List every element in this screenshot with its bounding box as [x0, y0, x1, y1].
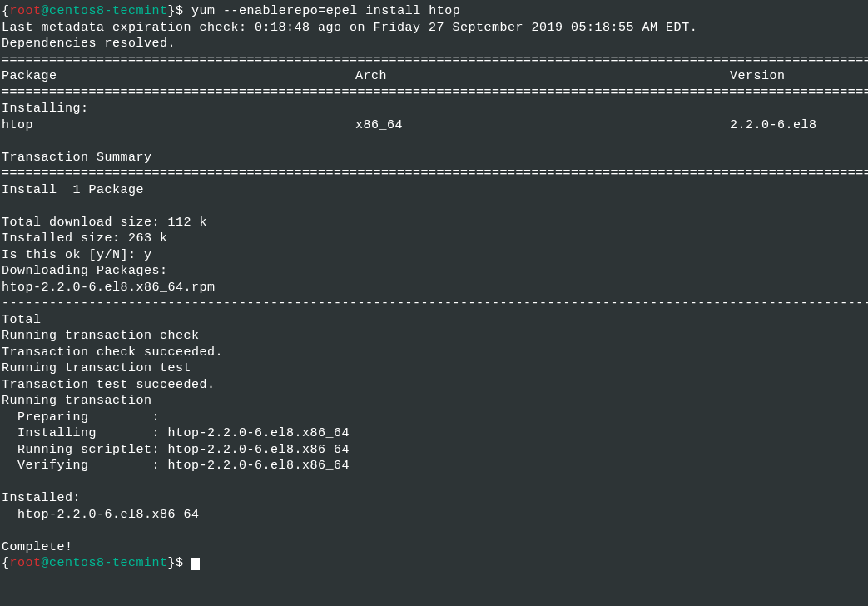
brace-close: }: [168, 4, 176, 18]
complete-line: Complete!: [2, 539, 866, 556]
cursor-icon: [191, 558, 200, 570]
preparing: Preparing :: [2, 410, 866, 426]
prompt-dollar: $: [176, 4, 191, 18]
installed-size: Installed size: 263 k: [2, 231, 866, 247]
header-version: Version: [730, 68, 866, 85]
brace-close: }: [168, 556, 176, 570]
command-text: yum --enablerepo=epel install htop: [191, 4, 460, 18]
downloading-line: Downloading Packages:: [2, 263, 866, 280]
installing-section: Installing:: [2, 101, 866, 117]
prompt-at: @: [42, 4, 50, 18]
prompt-at: @: [42, 556, 50, 570]
blank-line: [2, 133, 866, 150]
prompt-line-2[interactable]: {root@centos8-tecmint}$: [2, 555, 866, 572]
metadata-line: Last metadata expiration check: 0:18:48 …: [2, 20, 866, 37]
prompt-line-1: {root@centos8-tecmint}$ yum --enablerepo…: [2, 3, 866, 20]
divider: ========================================…: [2, 52, 866, 69]
pkg-name: htop: [2, 117, 355, 134]
table-header: Package Arch Version: [2, 68, 866, 85]
verifying-step: Verifying : htop-2.2.0-6.el8.x86_64: [2, 458, 866, 474]
trans-summary-header: Transaction Summary: [2, 150, 866, 166]
download-size: Total download size: 112 k: [2, 215, 866, 231]
divider: ========================================…: [2, 85, 866, 102]
run-trans: Running transaction: [2, 393, 866, 410]
blank-line: [2, 474, 866, 491]
prompt-user: root: [10, 4, 42, 18]
divider: ========================================…: [2, 166, 866, 182]
header-package: Package: [2, 68, 355, 85]
installing-step: Installing : htop-2.2.0-6.el8.x86_64: [2, 425, 866, 442]
pkg-arch: x86_64: [355, 117, 730, 134]
prompt-user: root: [10, 556, 42, 570]
total-line: Total: [2, 312, 866, 329]
prompt-dollar: $: [176, 556, 191, 570]
divider-dash: ----------------------------------------…: [2, 296, 866, 312]
check-ok: Transaction check succeeded.: [2, 345, 866, 361]
brace-open: {: [2, 556, 10, 570]
prompt-host: centos8-tecmint: [49, 4, 168, 18]
rpm-file: htop-2.2.0-6.el8.x86_64.rpm: [2, 280, 866, 296]
brace-open: {: [2, 4, 10, 18]
installed-pkg: htop-2.2.0-6.el8.x86_64: [2, 507, 866, 524]
header-arch: Arch: [355, 68, 730, 85]
install-count: Install 1 Package: [2, 182, 866, 199]
pkg-version: 2.2.0-6.el8: [730, 117, 866, 134]
run-check: Running transaction check: [2, 328, 866, 345]
confirm-prompt: Is this ok [y/N]: y: [2, 247, 866, 264]
installed-header: Installed:: [2, 490, 866, 507]
blank-line: [2, 198, 866, 215]
terminal-output[interactable]: {root@centos8-tecmint}$ yum --enablerepo…: [0, 0, 868, 575]
run-test: Running transaction test: [2, 360, 866, 377]
table-row: htop x86_64 2.2.0-6.el8: [2, 117, 866, 134]
blank-line: [2, 523, 866, 539]
test-ok: Transaction test succeeded.: [2, 377, 866, 394]
scriptlet-step: Running scriptlet: htop-2.2.0-6.el8.x86_…: [2, 442, 866, 459]
deps-resolved-line: Dependencies resolved.: [2, 36, 866, 52]
prompt-host: centos8-tecmint: [49, 556, 168, 570]
